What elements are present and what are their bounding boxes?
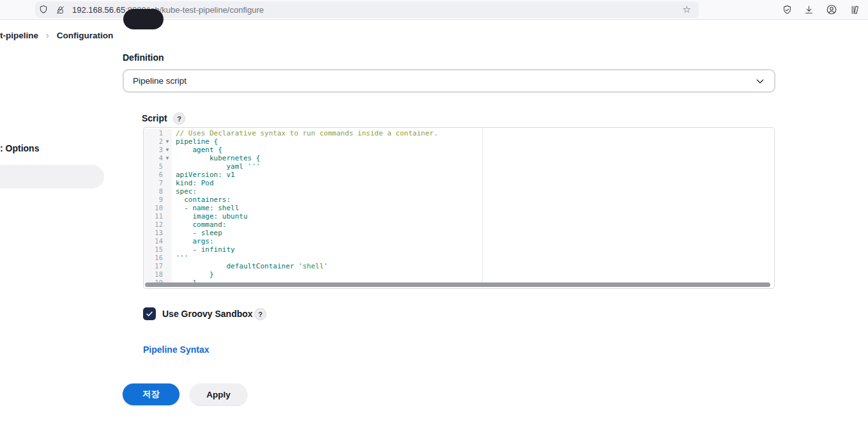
- code-text: command:: [172, 220, 226, 229]
- code-lines[interactable]: 1// Uses Declarative syntax to run comma…: [144, 129, 774, 284]
- downloads-icon[interactable]: [800, 1, 818, 18]
- url-host: 192.168.56.65: [72, 5, 125, 15]
- gutter-cell: 5: [144, 162, 172, 171]
- line-number: 9: [144, 196, 163, 204]
- code-text: args:: [172, 237, 214, 245]
- code-line: 4▼ kubernetes {: [144, 154, 774, 162]
- fold-arrow-icon[interactable]: ▼: [163, 137, 172, 146]
- code-text: - infinity: [172, 245, 235, 254]
- code-text: apiVersion: v1: [172, 171, 235, 179]
- line-number: 2: [144, 137, 163, 146]
- line-number: 5: [144, 162, 163, 171]
- sandbox-help-button[interactable]: ?: [254, 308, 266, 320]
- code-line: 12 command:: [144, 220, 774, 229]
- code-line: 18 }: [144, 270, 774, 279]
- editor-horizontal-scrollbar[interactable]: [145, 282, 770, 287]
- code-text: - sleep: [172, 229, 222, 237]
- code-line: 10 - name: shell: [144, 204, 774, 212]
- code-text: pipeline {: [172, 137, 218, 146]
- gutter-cell: 8: [144, 187, 172, 196]
- fold-spacer: [163, 162, 172, 171]
- code-text: }: [172, 270, 214, 279]
- library-icon[interactable]: [846, 1, 864, 18]
- line-number: 1: [144, 129, 163, 137]
- groovy-sandbox-label[interactable]: Use Groovy Sandbox: [162, 309, 253, 319]
- breadcrumb-configuration[interactable]: Configuration: [57, 31, 113, 40]
- code-line: 1// Uses Declarative syntax to run comma…: [144, 129, 774, 137]
- gutter-cell: 10: [144, 204, 172, 212]
- code-line: 17 defaultContainer 'shell': [144, 262, 774, 270]
- line-number: 6: [144, 171, 163, 179]
- groovy-sandbox-checkbox[interactable]: [143, 307, 156, 320]
- line-number: 11: [144, 212, 163, 220]
- tracking-protection-shield-icon[interactable]: [35, 1, 52, 18]
- gutter-cell: 4▼: [144, 154, 172, 162]
- fold-spacer: [163, 220, 172, 229]
- protections-shield-icon[interactable]: [778, 1, 796, 18]
- gutter-cell: 12: [144, 220, 172, 229]
- code-line: 11 image: ubuntu: [144, 212, 774, 220]
- breadcrumb-job-link[interactable]: t-pipeline: [0, 31, 38, 40]
- account-icon[interactable]: [823, 1, 841, 18]
- line-number: 12: [144, 220, 163, 229]
- line-number: 15: [144, 245, 163, 254]
- print-margin-line: [482, 128, 483, 282]
- code-line: 16''': [144, 254, 774, 262]
- line-number: 17: [144, 262, 163, 270]
- code-line: 2▼pipeline {: [144, 137, 774, 146]
- bookmark-star-icon[interactable]: ☆: [683, 1, 691, 18]
- code-text: ''': [172, 254, 188, 262]
- page: 192.168.56.65:8080/job/kube-test-pipelin…: [0, 0, 868, 425]
- fold-spacer: [163, 171, 172, 179]
- fold-spacer: [163, 129, 172, 137]
- line-number: 7: [144, 179, 163, 187]
- fold-spacer: [163, 196, 172, 204]
- save-button[interactable]: 저장: [123, 383, 179, 405]
- check-icon: [146, 310, 153, 318]
- fold-spacer: [163, 204, 172, 212]
- fold-spacer: [163, 179, 172, 187]
- apply-button[interactable]: Apply: [190, 383, 247, 405]
- definition-selected-value: Pipeline script: [133, 76, 755, 86]
- gutter-cell: 18: [144, 270, 172, 279]
- fold-spacer: [163, 237, 172, 245]
- gutter-cell: 7: [144, 179, 172, 187]
- gutter-cell: 2▼: [144, 137, 172, 146]
- code-line: 9 containers:: [144, 196, 774, 204]
- script-label: Script: [142, 113, 167, 123]
- definition-select[interactable]: Pipeline script: [123, 69, 775, 93]
- gutter-cell: 14: [144, 237, 172, 245]
- gutter-cell: 9: [144, 196, 172, 204]
- code-text: containers:: [172, 196, 231, 204]
- code-line: 15 - infinity: [144, 245, 774, 254]
- breadcrumb: t-pipeline › Configuration: [0, 28, 113, 42]
- gutter-cell: 11: [144, 212, 172, 220]
- script-help-button[interactable]: ?: [173, 112, 185, 125]
- side-pill-button[interactable]: [0, 165, 104, 189]
- code-text: - name: shell: [172, 204, 239, 212]
- code-text: // Uses Declarative syntax to run comman…: [172, 129, 438, 137]
- fold-spacer: [163, 229, 172, 237]
- code-text: spec:: [172, 187, 197, 196]
- line-number: 3: [144, 146, 163, 154]
- pipeline-syntax-link[interactable]: Pipeline Syntax: [143, 344, 209, 355]
- fold-arrow-icon[interactable]: ▼: [163, 154, 172, 162]
- chevron-down-icon: [755, 76, 765, 86]
- advanced-options-label: : Options: [0, 143, 39, 153]
- line-number: 14: [144, 237, 163, 245]
- line-number: 4: [144, 154, 163, 162]
- code-text: kubernetes {: [172, 154, 260, 162]
- breadcrumb-separator-icon: ›: [46, 30, 49, 40]
- code-line: 5 yaml ''': [144, 162, 774, 171]
- code-line: 8spec:: [144, 187, 774, 196]
- fold-spacer: [163, 270, 172, 279]
- gutter-cell: 13: [144, 229, 172, 237]
- line-number: 10: [144, 204, 163, 212]
- gutter-cell: 6: [144, 171, 172, 179]
- fold-arrow-icon[interactable]: ▼: [163, 146, 172, 154]
- script-editor[interactable]: 1// Uses Declarative syntax to run comma…: [143, 127, 775, 289]
- insecure-lock-icon[interactable]: [52, 1, 68, 18]
- line-number: 8: [144, 187, 163, 196]
- code-text: kind: Pod: [172, 179, 214, 187]
- code-line: 3▼ agent {: [144, 146, 774, 154]
